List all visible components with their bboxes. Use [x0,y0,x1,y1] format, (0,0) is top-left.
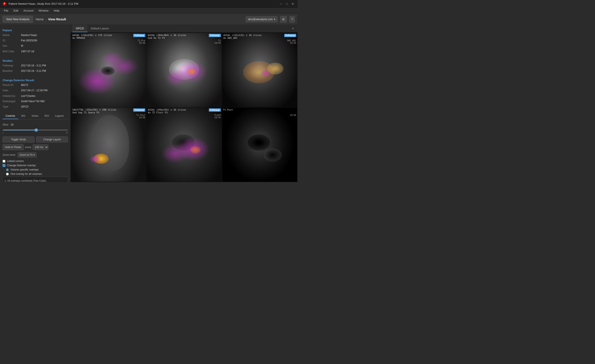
tab-notes[interactable]: Notes [29,113,41,119]
overlay-list: 1. All overlays combined (Two Color) 2. … [3,177,68,182]
user-dropdown[interactable]: alice@aianalysis.com ▾ [246,16,278,22]
image-grid: AXIAL (216x256) x 176 slices Ax MPRAGE F… [71,33,298,182]
baseline-value: 2017-03-16 - 3:11 PM [21,69,46,73]
menu-edit[interactable]: Edit [11,8,20,13]
cell1-followup-badge: Followup [133,34,145,37]
baseline-row: Baseline: 2017-03-16 - 3:11 PM [3,69,68,73]
slice-slider[interactable] [3,130,68,130]
cell2-followup-badge: Followup [209,34,221,37]
chevron-down-icon: ▾ [33,153,35,157]
breadcrumb-arrow-icon: › [45,18,46,21]
control-tabs: Controls W/L Notes ROI Legend [3,113,68,119]
zoom-label: Zoom level: [3,153,16,157]
patient-sex-row: Sex: M [3,44,68,48]
toggle-study-button[interactable]: Toggle Study [3,136,35,143]
radiologist-row: Radiologist: Smith^Alice^^Dr^MD [3,100,68,103]
image-cell-3[interactable]: AXIAL (132x132) x 36 slices Ax DWI_ADC F… [222,33,297,107]
help-button[interactable]: ? [289,16,295,22]
viewer-tabs: GPCD Default Layout + [71,25,298,33]
patient-name-row: Name: Newton^Isaac [3,33,68,37]
volume-specific-radio[interactable] [6,168,9,171]
minimize-button[interactable]: ─ [279,2,283,6]
initiated-row: Initiated by: Lee^Charles [3,94,68,98]
one-overlay-label[interactable]: One overlay for all volumes: [10,172,42,175]
add-tab-button[interactable]: + [290,26,296,31]
image-cell-1[interactable]: AXIAL (216x256) x 176 slices Ax MPRAGE F… [71,33,146,107]
cell3-followup-badge: Followup [284,34,296,37]
patient-dob-label: Birth Date: [3,50,20,54]
linked-cursors-checkbox[interactable] [3,160,5,163]
menu-file[interactable]: File [2,8,10,13]
patient-dob-value: 1957-07-18 [21,50,34,54]
zoom-value: Zoom to Fit [20,153,33,157]
right-panel: GPCD Default Layout + AXIAL (216x256) x … [71,25,298,182]
controls-panel: Slice: 19 1 36 Toggle Study Change Layou… [3,122,68,182]
followup-row: Followup: 2017-03-16 - 3:11 PM [3,64,68,68]
user-email: alice@aianalysis.com [248,18,273,21]
cell1-slice-info: T1-Pre 19/36 [137,39,145,44]
cell6-slice-info: 19/36 [290,114,296,116]
type-label: Type: [3,105,20,109]
patient-dob-row: Birth Date: 1957-07-18 [3,50,68,54]
initiated-value: Lee^Charles [21,94,35,98]
image-cell-4[interactable]: SAGITTAL (256x256) x 208 slices Gad Sag … [71,107,146,182]
viewer-tab-default[interactable]: Default Layout [87,25,112,32]
one-overlay-radio[interactable] [6,173,9,175]
result-date-row: Date: 2017-04-17 - 12:30 PM [3,88,68,93]
cell5-slice-info: FLAIR 19/36 [214,114,221,119]
slice-value: 19 [10,123,13,126]
patient-id-value: Pat-18525206 [21,39,37,43]
tab-wl[interactable]: W/L [18,113,29,119]
flicker-row: Hold to Flicker every 100 ms 200 ms 500 … [3,144,68,150]
maximize-button[interactable]: □ [285,2,289,6]
linked-cursors-row: Linked cursors [3,160,68,163]
menu-help[interactable]: Help [52,8,62,13]
tab-roi[interactable]: ROI [41,113,52,119]
slice-slider-container: 1 36 [3,128,68,134]
initiated-label: Initiated by: [3,94,20,98]
cell4-followup-badge: Followup [133,108,145,112]
new-analysis-button[interactable]: Start New Analysis [3,16,33,23]
zoom-select[interactable]: Zoom to Fit ▾ [18,152,37,157]
breadcrumb-home[interactable]: Home [35,18,43,21]
menu-account[interactable]: Account [21,8,35,13]
change-layout-button[interactable]: Change Layout [36,136,68,143]
studies-section-title: Studies [3,59,68,62]
menu-window[interactable]: Window [36,8,50,13]
radiologist-value: Smith^Alice^^Dr^MD [21,100,45,103]
viewer-tab-gpcd[interactable]: GPCD [72,25,87,32]
main-layout: Patient Name: Newton^Isaac ID: Pat-18525… [0,25,298,182]
volume-specific-row: Volume specific overlays [3,168,68,171]
patient-sex-label: Sex: [3,44,20,48]
image-cell-2[interactable]: AXIAL (384x384) x 36 slices Gad Ax T2 FS… [147,33,221,107]
image-cell-5[interactable]: AXIAL (256x256) x 36 slices Ax T2 Flair … [147,107,221,182]
patient-name-value: Newton^Isaac [21,33,37,37]
volume-specific-label[interactable]: Volume specific overlays [10,168,39,171]
result-id-label: Result ID: [3,83,20,87]
menubar: File Edit Account Window Help [0,8,298,14]
tab-legend[interactable]: Legend [52,113,67,119]
result-date-value: 2017-04-17 - 12:30 PM [21,88,47,93]
cell5-followup-badge: Followup [209,108,221,112]
flicker-interval-select[interactable]: 100 ms 200 ms 500 ms [33,144,48,150]
settings-button[interactable]: ⚙ [280,16,287,22]
change-detector-overlay-label[interactable]: Change Detector overlay: [7,164,36,167]
list-item[interactable]: 1. All overlays combined (Two Color) [5,178,66,182]
slice-label: Slice: [3,123,9,126]
cell2-slice-info: T2 19/36 [214,39,221,44]
followup-value: 2017-03-16 - 3:11 PM [21,64,46,68]
close-button[interactable]: ✕ [291,2,295,6]
cell4-slice-info: T1-Post 19/36 [136,114,145,119]
every-label: every [25,146,31,149]
change-detector-overlay-checkbox[interactable] [3,164,5,167]
study-layout-row: Toggle Study Change Layout [3,136,68,143]
window-title: Patient Newton^Isaac, Study from 2017-03… [8,2,276,5]
tab-controls[interactable]: Controls [3,113,18,119]
breadcrumb-current: View Result [48,17,66,21]
patient-section-title: Patient [3,29,68,32]
app-icon: P [3,2,7,6]
image-cell-6[interactable]: T1-Post 19/36 [222,107,297,182]
chevron-down-icon: ▾ [274,18,275,21]
hold-to-flicker-button[interactable]: Hold to Flicker [3,144,24,150]
linked-cursors-label[interactable]: Linked cursors [7,160,24,163]
